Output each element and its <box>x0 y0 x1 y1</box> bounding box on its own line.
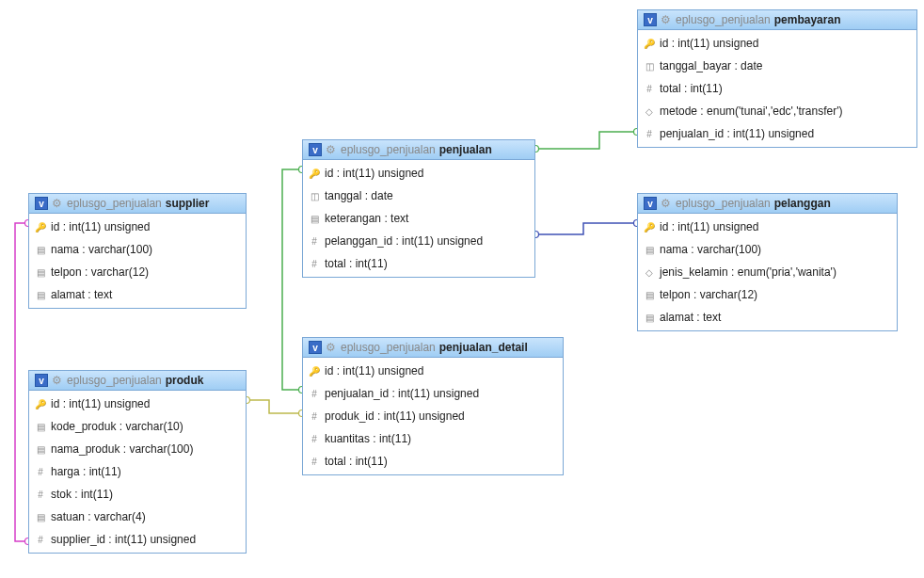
schema-label: eplusgo_penjualan <box>341 143 436 156</box>
column-label: total : int(11) <box>325 257 388 270</box>
column-row[interactable]: ◫tanggal : date <box>303 185 534 207</box>
column-row[interactable]: ▤nama : varchar(100) <box>29 238 246 261</box>
column-type-icon: 🔑 <box>35 222 46 233</box>
column-row[interactable]: 🔑id : int(11) unsigned <box>303 360 563 382</box>
column-row[interactable]: #supplier_id : int(11) unsigned <box>29 528 246 551</box>
column-type-icon: # <box>309 434 320 444</box>
table-pembayaran[interactable]: v⚙eplusgo_penjualanpembayaran🔑id : int(1… <box>637 9 917 148</box>
column-type-icon: 🔑 <box>644 222 655 233</box>
column-type-icon: 🔑 <box>309 169 320 179</box>
table-penjualan[interactable]: v⚙eplusgo_penjualanpenjualan🔑id : int(11… <box>302 139 535 278</box>
column-label: id : int(11) unsigned <box>325 364 423 377</box>
column-type-icon: ◇ <box>644 106 655 117</box>
column-label: alamat : text <box>660 311 721 324</box>
table-pelanggan[interactable]: v⚙eplusgo_penjualanpelanggan🔑id : int(11… <box>637 193 898 331</box>
column-row[interactable]: ▤kode_produk : varchar(10) <box>29 415 246 438</box>
gear-icon[interactable]: ⚙ <box>326 143 336 156</box>
table-name-label: pembayaran <box>774 13 841 26</box>
column-row[interactable]: #stok : int(11) <box>29 483 246 506</box>
column-row[interactable]: #total : int(11) <box>303 252 534 275</box>
column-row[interactable]: #penjualan_id : int(11) unsigned <box>638 122 916 145</box>
column-label: total : int(11) <box>660 82 723 95</box>
schema-label: eplusgo_penjualan <box>676 13 771 26</box>
column-row[interactable]: ▤telpon : varchar(12) <box>638 283 897 306</box>
table-body: 🔑id : int(11) unsigned▤nama : varchar(10… <box>29 214 246 308</box>
column-row[interactable]: 🔑id : int(11) unsigned <box>29 216 246 238</box>
column-row[interactable]: #pelanggan_id : int(11) unsigned <box>303 230 534 252</box>
table-name-label: penjualan_detail <box>439 341 528 354</box>
column-type-icon: ▤ <box>644 290 655 300</box>
column-row[interactable]: ▤telpon : varchar(12) <box>29 261 246 283</box>
erd-canvas[interactable]: v⚙eplusgo_penjualansupplier🔑id : int(11)… <box>0 0 924 578</box>
column-label: nama_produk : varchar(100) <box>51 442 193 456</box>
column-label: jenis_kelamin : enum('pria','wanita') <box>660 265 836 279</box>
column-row[interactable]: #kuantitas : int(11) <box>303 427 563 450</box>
column-row[interactable]: ◫tanggal_bayar : date <box>638 55 916 77</box>
column-row[interactable]: ▤nama_produk : varchar(100) <box>29 438 246 460</box>
column-row[interactable]: ▤alamat : text <box>638 306 897 329</box>
column-label: id : int(11) unsigned <box>660 220 758 233</box>
view-icon[interactable]: v <box>309 341 322 354</box>
table-penjualan_detail[interactable]: v⚙eplusgo_penjualanpenjualan_detail🔑id :… <box>302 337 564 475</box>
table-header-penjualan[interactable]: v⚙eplusgo_penjualanpenjualan <box>303 140 534 160</box>
column-row[interactable]: ◇jenis_kelamin : enum('pria','wanita') <box>638 261 897 283</box>
column-label: nama : varchar(100) <box>51 243 152 256</box>
column-label: total : int(11) <box>325 455 388 468</box>
table-header-pelanggan[interactable]: v⚙eplusgo_penjualanpelanggan <box>638 194 897 214</box>
column-type-icon: 🔑 <box>309 366 320 377</box>
column-label: metode : enum('tunai','edc','transfer') <box>660 104 843 118</box>
column-label: telpon : varchar(12) <box>660 288 757 301</box>
column-label: id : int(11) unsigned <box>325 167 423 180</box>
schema-label: eplusgo_penjualan <box>67 197 162 210</box>
column-row[interactable]: #penjualan_id : int(11) unsigned <box>303 382 563 405</box>
column-type-icon: # <box>644 84 655 94</box>
column-type-icon: # <box>35 467 46 477</box>
column-row[interactable]: ◇metode : enum('tunai','edc','transfer') <box>638 100 916 122</box>
column-type-icon: ▤ <box>35 290 46 300</box>
table-body: 🔑id : int(11) unsigned#penjualan_id : in… <box>303 358 563 474</box>
column-label: penjualan_id : int(11) unsigned <box>660 127 814 140</box>
view-icon[interactable]: v <box>35 197 48 210</box>
column-row[interactable]: #total : int(11) <box>303 450 563 473</box>
schema-label: eplusgo_penjualan <box>67 374 162 387</box>
column-type-icon: # <box>309 389 320 399</box>
column-label: stok : int(11) <box>51 488 113 501</box>
table-header-penjualan_detail[interactable]: v⚙eplusgo_penjualanpenjualan_detail <box>303 338 563 358</box>
table-supplier[interactable]: v⚙eplusgo_penjualansupplier🔑id : int(11)… <box>28 193 247 309</box>
column-row[interactable]: ▤nama : varchar(100) <box>638 238 897 261</box>
table-header-pembayaran[interactable]: v⚙eplusgo_penjualanpembayaran <box>638 10 916 30</box>
column-label: keterangan : text <box>325 212 408 225</box>
column-row[interactable]: 🔑id : int(11) unsigned <box>303 162 534 185</box>
column-type-icon: ◫ <box>309 191 320 201</box>
column-row[interactable]: ▤satuan : varchar(4) <box>29 506 246 528</box>
gear-icon[interactable]: ⚙ <box>661 13 671 26</box>
column-row[interactable]: 🔑id : int(11) unsigned <box>29 393 246 415</box>
view-icon[interactable]: v <box>644 197 657 210</box>
view-icon[interactable]: v <box>309 143 322 156</box>
column-row[interactable]: ▤alamat : text <box>29 283 246 306</box>
column-row[interactable]: #harga : int(11) <box>29 460 246 483</box>
table-produk[interactable]: v⚙eplusgo_penjualanproduk🔑id : int(11) u… <box>28 370 247 554</box>
table-header-supplier[interactable]: v⚙eplusgo_penjualansupplier <box>29 194 246 214</box>
column-type-icon: # <box>309 411 320 422</box>
gear-icon[interactable]: ⚙ <box>326 341 336 354</box>
column-label: id : int(11) unsigned <box>660 37 758 50</box>
gear-icon[interactable]: ⚙ <box>52 197 62 210</box>
column-label: tanggal_bayar : date <box>660 59 762 72</box>
column-row[interactable]: ▤keterangan : text <box>303 207 534 230</box>
table-body: 🔑id : int(11) unsigned▤nama : varchar(10… <box>638 214 897 330</box>
table-header-produk[interactable]: v⚙eplusgo_penjualanproduk <box>29 371 246 391</box>
gear-icon[interactable]: ⚙ <box>661 197 671 210</box>
column-row[interactable]: 🔑id : int(11) unsigned <box>638 32 916 55</box>
column-row[interactable]: #total : int(11) <box>638 77 916 100</box>
view-icon[interactable]: v <box>644 13 657 26</box>
column-type-icon: # <box>309 236 320 247</box>
view-icon[interactable]: v <box>35 374 48 387</box>
column-row[interactable]: #produk_id : int(11) unsigned <box>303 405 563 427</box>
column-type-icon: 🔑 <box>644 39 655 49</box>
column-row[interactable]: 🔑id : int(11) unsigned <box>638 216 897 238</box>
column-type-icon: 🔑 <box>35 399 46 409</box>
column-label: satuan : varchar(4) <box>51 510 146 523</box>
column-type-icon: ◇ <box>644 267 655 278</box>
gear-icon[interactable]: ⚙ <box>52 374 62 387</box>
